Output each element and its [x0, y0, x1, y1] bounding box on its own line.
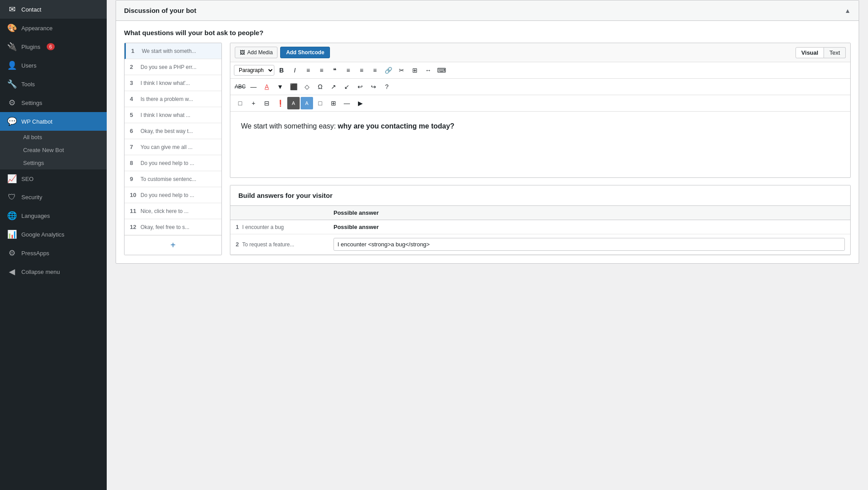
font-bg-button[interactable]: A [287, 97, 300, 109]
main-content: Discussion of your bot ▲ What questions … [107, 0, 868, 490]
hr-button[interactable]: — [247, 80, 260, 93]
sidebar-item-users[interactable]: 👤 Users [0, 56, 107, 75]
page-break-button[interactable]: □ [314, 97, 326, 109]
link-button[interactable]: 🔗 [382, 64, 394, 76]
paste-text-button[interactable]: ⬛ [287, 80, 300, 93]
google-analytics-icon: 📊 [7, 229, 17, 239]
question-item[interactable]: 8Do you need help to ... [125, 155, 221, 171]
question-item[interactable]: 5I think I know what ... [125, 107, 221, 123]
add-media-button[interactable]: 🖼 Add Media [235, 47, 277, 58]
wp-chatbot-submenu: All bots Create New Bot Settings [0, 131, 107, 169]
sidebar-item-wp-chatbot[interactable]: 💬 WP Chatbot [0, 112, 107, 131]
sidebar-item-security[interactable]: 🛡 Security [0, 188, 107, 206]
visual-tab[interactable]: Visual [796, 47, 824, 58]
sidebar-item-seo[interactable]: 📈 SEO [0, 169, 107, 188]
special-chars-button[interactable]: Ω [314, 80, 326, 93]
sidebar-item-appearance[interactable]: 🎨 Appearance [0, 19, 107, 37]
question-item[interactable]: 6Okay, the best way t... [125, 123, 221, 139]
ordered-list-button[interactable]: ≡ [315, 64, 328, 76]
appearance-icon: 🎨 [7, 23, 17, 33]
font-color-button[interactable]: A [261, 80, 273, 93]
possible-answer-cell: Possible answer [328, 220, 850, 234]
strikethrough-button[interactable]: ABC [234, 80, 246, 93]
possible-answer-input-cell[interactable] [328, 234, 850, 255]
section-question-label: What questions will your bot ask to peop… [124, 29, 851, 36]
box-button[interactable]: □ [234, 97, 246, 109]
help-button[interactable]: ? [381, 80, 393, 93]
media-button[interactable]: ▶ [354, 97, 366, 109]
font-bg2-button[interactable]: A [301, 97, 313, 109]
align-center-button[interactable]: ≡ [355, 64, 368, 76]
question-item[interactable]: 11Nice, click here to ... [125, 203, 221, 219]
bold-button[interactable]: B [275, 64, 288, 76]
seo-icon: 📈 [7, 174, 17, 184]
editor-area: 🖼 Add Media Add Shortcode Visual Text [230, 43, 851, 178]
sidebar-item-google-analytics[interactable]: 📊 Google Analytics [0, 225, 107, 244]
kitchen-sink-button[interactable]: ⌨ [435, 64, 448, 76]
redo-button[interactable]: ↪ [367, 80, 380, 93]
sidebar-sub-settings[interactable]: Settings [0, 157, 107, 169]
add-question-button[interactable]: + [125, 235, 221, 255]
answer-label-cell: 2 To request a feature... [230, 234, 328, 255]
question-item[interactable]: 1We start with someth... [125, 43, 221, 59]
answer-label-cell: 1 I encounter a bug [230, 220, 328, 234]
italic-button[interactable]: I [289, 64, 301, 76]
question-item[interactable]: 10Do you need help to ... [125, 187, 221, 203]
font-color-dropdown[interactable]: ▼ [274, 80, 286, 93]
sidebar-item-tools[interactable]: 🔧 Tools [0, 75, 107, 93]
question-item[interactable]: 3I think I know what'... [125, 75, 221, 91]
text-tab[interactable]: Text [824, 47, 846, 58]
answer-col-answer-header [230, 206, 328, 220]
plugins-icon: 🔌 [7, 42, 17, 52]
alert-button[interactable]: ❗ [274, 97, 286, 109]
question-list: 1We start with someth...2Do you see a PH… [124, 43, 222, 255]
outdent-button[interactable]: ↙ [341, 80, 353, 93]
unlink-button[interactable]: ✂ [395, 64, 408, 76]
indent-button[interactable]: ↗ [327, 80, 340, 93]
pressapps-icon: ⚙ [7, 248, 17, 258]
align-right-button[interactable]: ≡ [369, 64, 381, 76]
sidebar-item-pressapps[interactable]: ⚙ PressApps [0, 244, 107, 262]
editor-content[interactable]: We start with something easy: why are yo… [230, 112, 850, 174]
paragraph-select[interactable]: Paragraph [234, 65, 274, 76]
sidebar-sub-create-new-bot[interactable]: Create New Bot [0, 144, 107, 157]
possible-answer-header: Possible answer [328, 206, 850, 220]
wp-chatbot-icon: 💬 [7, 116, 17, 126]
possible-answer-input[interactable] [334, 238, 845, 251]
question-item[interactable]: 9To customise sentenc... [125, 171, 221, 187]
build-answers-section: Build answers for your visitor Possible … [230, 185, 851, 255]
sidebar-item-settings[interactable]: ⚙ Settings [0, 93, 107, 112]
plus-button[interactable]: + [247, 97, 260, 109]
media-shortcode-btns: 🖼 Add Media Add Shortcode [235, 47, 330, 58]
fullscreen-button[interactable]: ↔ [422, 64, 434, 76]
add-media-icon: 🖼 [240, 49, 245, 56]
discussion-panel: Discussion of your bot ▲ What questions … [116, 0, 859, 264]
columns-button[interactable]: ⊞ [327, 97, 340, 109]
question-item[interactable]: 7You can give me all ... [125, 139, 221, 155]
editor-answers-area: 🖼 Add Media Add Shortcode Visual Text [230, 43, 851, 255]
sidebar-item-contact[interactable]: ✉ Contact [0, 0, 107, 19]
sidebar-item-plugins[interactable]: 🔌 Plugins 6 [0, 37, 107, 56]
users-icon: 👤 [7, 60, 17, 70]
panel-title: Discussion of your bot [124, 7, 197, 14]
sidebar-sub-all-bots[interactable]: All bots [0, 131, 107, 144]
panel-collapse-icon[interactable]: ▲ [844, 7, 851, 14]
blockquote-button[interactable]: ❝ [329, 64, 341, 76]
languages-icon: 🌐 [7, 211, 17, 221]
question-item[interactable]: 4Is there a problem w... [125, 91, 221, 107]
question-item[interactable]: 2Do you see a PHP err... [125, 59, 221, 75]
unordered-list-button[interactable]: ≡ [302, 64, 314, 76]
add-shortcode-button[interactable]: Add Shortcode [280, 47, 330, 58]
question-item[interactable]: 12Okay, feel free to s... [125, 219, 221, 235]
answer-row: 1 I encounter a bug Possible answer [230, 220, 850, 234]
divider-button[interactable]: — [341, 97, 353, 109]
align-left-button[interactable]: ≡ [342, 64, 354, 76]
table-button[interactable]: ⊟ [261, 97, 273, 109]
editor-toolbar-row3: □ + ⊟ ❗ A A □ ⊞ — ▶ [230, 95, 850, 112]
sidebar-item-collapse-menu[interactable]: ◀ Collapse menu [0, 262, 107, 281]
visual-text-toggle: Visual Text [796, 47, 846, 58]
sidebar-item-languages[interactable]: 🌐 Languages [0, 206, 107, 225]
clear-formatting-button[interactable]: ◇ [301, 80, 313, 93]
undo-button[interactable]: ↩ [354, 80, 366, 93]
insert-button[interactable]: ⊞ [409, 64, 421, 76]
